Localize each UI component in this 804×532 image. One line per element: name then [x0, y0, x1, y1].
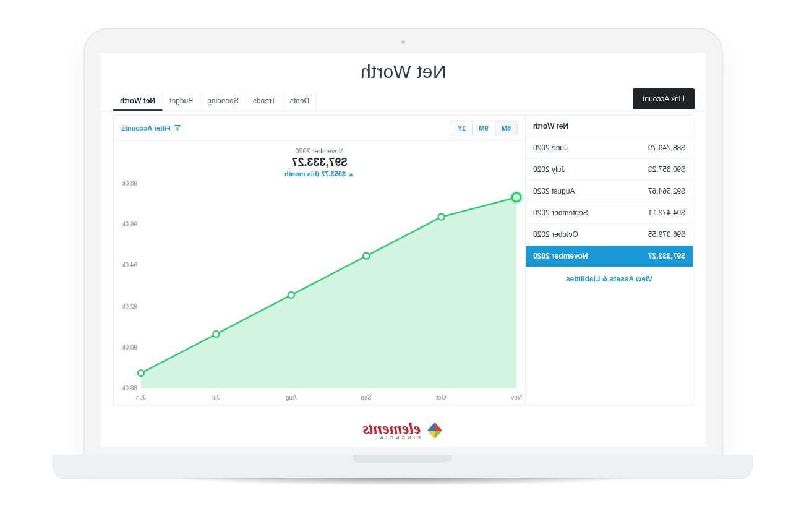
svg-text:Jul: Jul — [212, 394, 220, 401]
svg-marker-22 — [427, 431, 435, 439]
summary-delta-text: $953.72 this month — [284, 170, 346, 178]
svg-point-6 — [138, 370, 144, 376]
svg-text:Sep: Sep — [361, 394, 372, 401]
logo-brand: elements — [362, 421, 421, 435]
svg-text:92.0k: 92.0k — [122, 303, 137, 310]
logo-text: elements FINANCIAL — [362, 421, 421, 440]
svg-text:Jun: Jun — [136, 394, 146, 401]
content-body: Net Worth $88,749.79June 2020$90,657.23J… — [113, 115, 693, 405]
svg-marker-19 — [427, 423, 435, 431]
logo-subtext: FINANCIAL — [362, 435, 421, 440]
laptop-frame: Net Worth Link Account DebtsTrendsSpendi… — [83, 28, 723, 457]
row-label: October 2020 — [533, 230, 578, 239]
range-1y[interactable]: 1Y — [451, 121, 473, 135]
tab-debts[interactable]: Debts — [283, 92, 317, 111]
row-label: September 2020 — [533, 208, 588, 217]
history-row[interactable]: $97,333.27November 2020 — [526, 246, 693, 267]
chart-panel: 6M9M1Y Filter Accounts November 2020 $97… — [114, 116, 525, 405]
chart-summary: November 2020 $97,333.27 ▲ $953.72 this … — [114, 141, 525, 180]
summary-amount: $97,333.27 — [114, 156, 525, 169]
tab-net-worth[interactable]: Net Worth — [113, 92, 163, 111]
row-label: November 2020 — [533, 252, 588, 260]
summary-delta: ▲ $953.72 this month — [114, 170, 525, 178]
row-label: July 2020 — [533, 165, 565, 174]
row-value: $92,564.67 — [648, 187, 685, 195]
svg-point-10 — [438, 214, 445, 220]
row-label: August 2020 — [533, 187, 575, 195]
logo-icon — [426, 421, 444, 440]
toolbar: Link Account DebtsTrendsSpendingBudgetNe… — [101, 90, 706, 111]
camera-dot — [401, 40, 405, 44]
tab-trends[interactable]: Trends — [246, 92, 283, 111]
svg-point-12 — [510, 191, 523, 204]
range-selector: 6M9M1Y — [451, 121, 518, 135]
laptop-mockup: Net Worth Link Account DebtsTrendsSpendi… — [0, 0, 804, 532]
history-rows: $88,749.79June 2020$90,657.23July 2020$9… — [526, 137, 693, 267]
svg-point-9 — [363, 253, 369, 259]
svg-marker-20 — [435, 423, 442, 431]
svg-text:Oct: Oct — [437, 394, 447, 401]
row-value: $88,749.79 — [648, 144, 685, 152]
row-label: June 2020 — [533, 144, 568, 152]
range-6m[interactable]: 6M — [495, 121, 517, 135]
filter-label: Filter Accounts — [121, 124, 171, 132]
svg-point-8 — [288, 292, 294, 298]
laptop-shadow — [74, 478, 730, 496]
view-assets-link[interactable]: View Assets & Liabilities — [526, 267, 693, 291]
tab-budget[interactable]: Budget — [163, 92, 200, 111]
page-title: Net Worth — [101, 53, 706, 90]
svg-text:Nov: Nov — [511, 394, 522, 401]
row-value: $94,472.11 — [648, 208, 685, 217]
up-arrow-icon: ▲ — [348, 170, 354, 178]
range-9m[interactable]: 9M — [473, 121, 495, 135]
history-panel: Net Worth $88,749.79June 2020$90,657.23J… — [525, 116, 693, 405]
svg-text:90.0k: 90.0k — [122, 344, 137, 351]
nav-tabs: DebtsTrendsSpendingBudgetNet Worth — [113, 90, 317, 111]
screen-content: Net Worth Link Account DebtsTrendsSpendi… — [101, 53, 706, 447]
footer-logo: elements FINANCIAL — [101, 414, 706, 447]
laptop-base — [53, 455, 753, 479]
history-header: Net Worth — [526, 116, 693, 137]
history-row[interactable]: $90,657.23July 2020 — [526, 159, 693, 181]
history-row[interactable]: $94,472.11September 2020 — [526, 202, 693, 224]
history-row[interactable]: $88,749.79June 2020 — [526, 137, 693, 159]
svg-text:88.0k: 88.0k — [122, 385, 137, 392]
row-value: $90,657.23 — [648, 165, 685, 174]
tab-spending[interactable]: Spending — [200, 92, 246, 111]
svg-text:Aug: Aug — [286, 394, 297, 401]
svg-text:94.0k: 94.0k — [122, 262, 137, 268]
svg-marker-21 — [435, 431, 442, 439]
link-account-button[interactable]: Link Account — [633, 88, 695, 109]
svg-text:96.0k: 96.0k — [122, 221, 137, 228]
chart-controls: 6M9M1Y Filter Accounts — [114, 116, 525, 141]
filter-icon — [174, 124, 181, 132]
history-row[interactable]: $96,379.55October 2020 — [526, 224, 693, 246]
row-value: $96,379.55 — [648, 230, 685, 239]
filter-accounts-link[interactable]: Filter Accounts — [121, 124, 181, 132]
summary-month: November 2020 — [114, 147, 525, 155]
history-row[interactable]: $92,564.67August 2020 — [526, 181, 693, 202]
row-value: $97,333.27 — [648, 252, 685, 260]
svg-text:98.0k: 98.0k — [122, 180, 137, 187]
net-worth-chart[interactable]: 88.0k90.0k92.0k94.0k96.0k98.0kJunJulAugS… — [114, 180, 525, 405]
svg-point-7 — [213, 331, 219, 337]
